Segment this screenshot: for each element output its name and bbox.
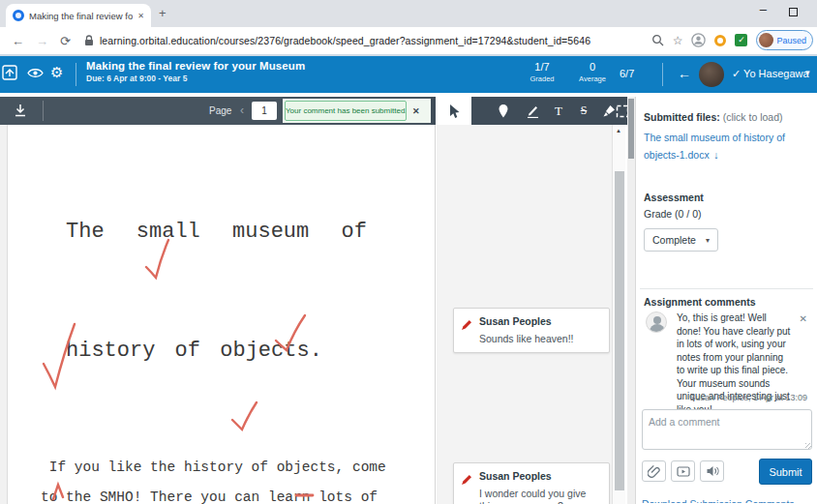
header-divider xyxy=(76,63,76,86)
page-number-input[interactable]: 1 xyxy=(252,102,277,120)
select-tool[interactable] xyxy=(436,97,471,125)
red-check-annotation xyxy=(44,324,75,387)
profile-icon[interactable] xyxy=(691,33,706,47)
delete-comment-icon[interactable]: ✕ xyxy=(800,313,807,324)
profile-paused-badge[interactable]: Paused xyxy=(756,30,813,50)
annotation-toolbar: T S xyxy=(431,97,635,125)
red-check-annotation xyxy=(276,315,305,350)
sidebar-scrollbar-thumb[interactable] xyxy=(628,99,634,159)
add-comment-input[interactable] xyxy=(642,409,812,450)
grade-status-dropdown[interactable]: Complete ▾ xyxy=(644,228,718,252)
paused-label: Paused xyxy=(776,36,806,45)
sidebar-scrollbar[interactable] xyxy=(627,97,635,504)
assignment-title: Making the final review for your Museum xyxy=(86,60,305,72)
reload-icon[interactable]: ⟳ xyxy=(60,34,71,48)
comments-panel-scrollbar[interactable]: ▲ xyxy=(612,125,625,504)
red-pen-icon xyxy=(461,472,472,489)
comment-author: Susan Peoples xyxy=(479,315,601,327)
comment-meta: Susan Peoples, 1 Apr at 13:09 xyxy=(689,393,807,402)
speaker-icon xyxy=(706,465,719,477)
assignment-due-info: Due: 6 Apr at 9:00 - Year 5 xyxy=(86,74,305,83)
red-pen-icon xyxy=(461,317,472,335)
assessment-label: Assessment xyxy=(644,192,704,203)
site-favicon xyxy=(13,10,24,21)
comment-text: I wonder could you give this room a name… xyxy=(479,488,601,504)
new-tab-button[interactable]: + xyxy=(159,6,166,20)
eye-icon[interactable] xyxy=(27,66,44,83)
scroll-up-arrow[interactable]: ▲ xyxy=(616,128,621,133)
freehand-draw-tool[interactable] xyxy=(518,97,547,125)
bookmark-star-icon[interactable]: ☆ xyxy=(673,34,683,47)
header-divider-2 xyxy=(662,63,663,86)
dropdown-caret-icon: ▾ xyxy=(706,236,710,245)
previous-page-chevron[interactable]: ‹ xyxy=(240,104,244,117)
browser-navbar: ← → ⟳ learning.orbital.education/courses… xyxy=(0,27,817,56)
ink-annotations-overlay[interactable] xyxy=(0,125,436,504)
student-dropdown-caret[interactable]: ▾ xyxy=(805,68,810,77)
window-minimize-button[interactable]: – xyxy=(760,2,767,16)
forward-icon: → xyxy=(36,34,48,48)
commenter-avatar xyxy=(646,311,667,333)
average-stat: 0Average xyxy=(573,61,612,83)
assignment-comments-label: Assignment comments xyxy=(644,296,756,308)
download-submission-comments-link[interactable]: Download Submission Comments xyxy=(642,498,795,503)
gradebook-icon[interactable] xyxy=(2,65,17,84)
gear-icon[interactable]: ⚙ xyxy=(50,64,63,81)
extension-check-icon[interactable]: ✓ xyxy=(735,34,747,46)
red-check-annotation xyxy=(232,402,257,430)
media-icon xyxy=(677,466,690,477)
address-bar[interactable]: learning.orbital.education/courses/2376/… xyxy=(84,35,590,46)
text-tool-icon: T xyxy=(555,104,562,119)
graded-stat: 1/7Graded xyxy=(523,61,561,83)
extension-orange-icon[interactable] xyxy=(714,35,726,46)
attach-file-button[interactable] xyxy=(642,460,666,482)
notification-text: Your comment has been submitted. xyxy=(285,101,407,121)
submit-button[interactable]: Submit xyxy=(759,459,812,485)
search-zoom-icon[interactable] xyxy=(651,34,664,46)
comment-submitted-notification: Your comment has been submitted. ✕ xyxy=(283,99,431,123)
grade-label: Grade (0 / 0) xyxy=(644,208,702,220)
annotation-comment-card[interactable]: Susan Peoples I wonder could you give th… xyxy=(453,462,610,504)
url-text: learning.orbital.education/courses/2376/… xyxy=(100,35,590,46)
scrollbar-thumb[interactable] xyxy=(615,171,624,490)
point-annotation-tool[interactable] xyxy=(489,97,518,125)
profile-avatar xyxy=(759,33,773,47)
paperclip-icon xyxy=(648,464,660,478)
audio-comment-button[interactable] xyxy=(700,460,724,482)
submitted-files-label: Submitted files: (click to load) xyxy=(644,107,783,125)
student-name[interactable]: ✓ Yo Hasegawa xyxy=(732,68,809,80)
submitted-file-row: The small museum of history of objects-1… xyxy=(644,128,817,163)
textarea-resize-grip[interactable] xyxy=(805,443,811,449)
document-viewer[interactable]: The small museum of history of objects. … xyxy=(0,125,436,504)
annotation-comment-card[interactable]: Susan Peoples Sounds like heaven!! xyxy=(453,308,610,353)
submitted-check-icon: ✓ xyxy=(732,68,741,79)
tab-close-icon[interactable]: ✕ xyxy=(137,12,144,20)
speedgrader-header: ⚙ Making the final review for your Museu… xyxy=(0,56,817,93)
comment-text: Sounds like heaven!! xyxy=(479,333,601,345)
toolbar-divider xyxy=(43,101,44,121)
pin-icon xyxy=(498,104,509,118)
notification-close-icon[interactable]: ✕ xyxy=(412,106,420,116)
download-icon[interactable] xyxy=(13,103,28,122)
window-maximize-button[interactable] xyxy=(789,8,798,16)
strikeout-tool-icon: S xyxy=(581,104,588,118)
pen-icon xyxy=(526,104,539,118)
media-comment-button[interactable] xyxy=(671,460,695,482)
lock-icon xyxy=(84,35,94,46)
file-download-icon[interactable]: ↓ xyxy=(713,149,718,161)
cursor-icon xyxy=(447,104,460,119)
comment-author: Susan Peoples xyxy=(479,470,601,482)
student-avatar xyxy=(699,62,724,87)
tab-title: Making the final review for your xyxy=(29,11,133,21)
previous-student-arrow[interactable]: ← xyxy=(678,66,691,81)
browser-tab[interactable]: Making the final review for your ✕ xyxy=(6,4,151,27)
progress-ratio: 6/7 xyxy=(620,68,634,79)
red-caret-annotation xyxy=(53,485,63,499)
sidebar-divider xyxy=(640,288,813,289)
back-icon[interactable]: ← xyxy=(12,34,24,48)
annotation-comments-panel: Susan Peoples Sounds like heaven!! Susan… xyxy=(437,125,625,504)
document-toolbar: Page ‹ 1 Your comment has been submitted… xyxy=(0,97,431,125)
page-label: Page xyxy=(209,105,231,116)
browser-tab-strip: Making the final review for your ✕ + – xyxy=(0,0,817,27)
grading-sidebar: Submitted files: (click to load) The sma… xyxy=(635,97,817,504)
